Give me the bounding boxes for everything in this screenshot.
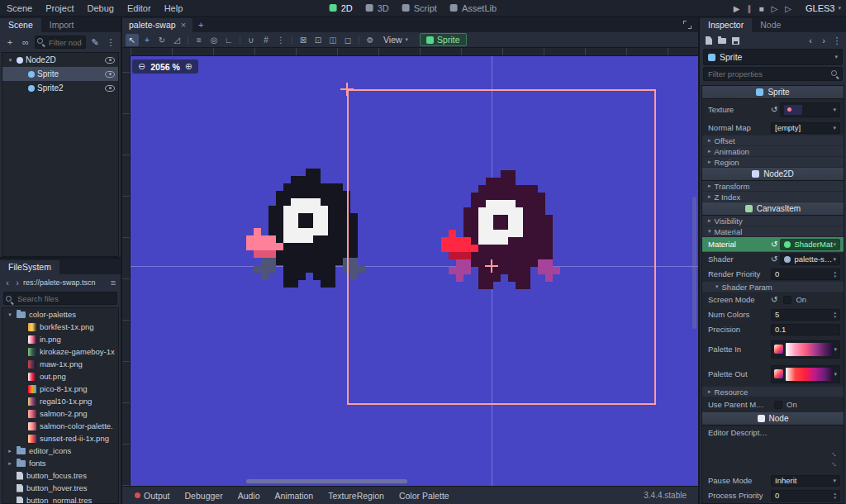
checkbox[interactable]: On — [780, 294, 840, 306]
spinner-arrows-icon[interactable]: ▴▾ — [834, 492, 836, 500]
revert-icon[interactable]: ↺ — [771, 240, 777, 249]
tab-filesystem[interactable]: FileSystem — [0, 260, 59, 274]
expander-icon[interactable]: ▾ — [7, 311, 13, 318]
inspector-section-toggle[interactable]: ▾ Shader Param — [702, 282, 844, 292]
number-spinner[interactable]: 5 ▴▾ — [771, 309, 840, 321]
toolbar-separator[interactable] — [240, 36, 240, 45]
unlock-object-icon[interactable]: ⊡ — [311, 34, 325, 46]
expand-icon[interactable]: ↔↔ — [831, 450, 839, 467]
add-node-button[interactable]: + — [3, 36, 17, 49]
list-select-tool-icon[interactable]: ≡ — [192, 34, 206, 46]
toolbar-separator[interactable] — [292, 36, 292, 45]
inspector-section-toggle[interactable]: ▸ Resource — [702, 387, 844, 397]
gradient-texture-picker[interactable]: ▾ — [771, 340, 840, 359]
filter-properties-input[interactable] — [703, 67, 843, 81]
snap-options-icon[interactable]: ⋮ — [274, 34, 288, 46]
Node2D[interactable]: ▾ Node2D — [2, 53, 118, 67]
load-resource-icon[interactable] — [717, 35, 727, 46]
bottom-panel-button[interactable]: Animation — [268, 491, 321, 501]
filesystem-item[interactable]: kirokaze-gameboy-1x — [2, 345, 118, 358]
select-tool-icon[interactable]: ↖ — [126, 34, 139, 46]
scale-tool-icon[interactable]: ◿ — [170, 34, 183, 46]
visibility-eye-icon[interactable] — [105, 85, 115, 92]
texture-picker[interactable]: ▾ — [780, 102, 840, 117]
filesystem-item[interactable]: sunset-red-ii-1x.png — [2, 432, 118, 445]
filesystem-item[interactable]: ▾ color-palettes — [2, 308, 118, 321]
dock-tab[interactable]: Inspector — [700, 18, 752, 32]
inspector-section-toggle[interactable]: ▸ Visibility — [702, 216, 844, 226]
revert-icon[interactable]: ↺ — [771, 254, 777, 264]
dock-tab[interactable]: Node — [752, 18, 789, 32]
inspector-category[interactable]: Sprite — [702, 86, 844, 99]
inspector-section-toggle[interactable]: ▸ Region — [702, 157, 844, 168]
inspector-category[interactable]: Node — [702, 412, 844, 426]
ungroup-object-icon[interactable]: ◻ — [341, 34, 354, 46]
save-resource-icon[interactable] — [730, 35, 740, 46]
zoom-in-icon[interactable]: ⊕ — [185, 61, 192, 72]
context-switcher[interactable]: Script — [402, 3, 437, 13]
Sprite2[interactable]: Sprite2 — [2, 81, 118, 95]
2d-viewport[interactable]: ⊖ 2056 % ⊕ — [122, 48, 698, 486]
checkbox[interactable]: On — [771, 399, 840, 411]
dock-tab[interactable]: Import — [41, 18, 83, 32]
context-switcher[interactable]: 3D — [366, 3, 389, 13]
filesystem-item[interactable]: button_normal.tres — [2, 494, 118, 504]
checkbox-box[interactable] — [774, 401, 782, 409]
toolbar-separator[interactable] — [188, 36, 188, 45]
canvas[interactable]: ⊖ 2056 % ⊕ — [122, 48, 698, 486]
inspector-section-toggle[interactable]: ▸ Animation — [702, 146, 844, 157]
rotate-tool-icon[interactable]: ↻ — [155, 34, 169, 46]
close-tab-icon[interactable]: × — [181, 20, 186, 30]
visibility-eye-icon[interactable] — [105, 71, 115, 78]
checkbox-box[interactable] — [783, 296, 791, 304]
inspector-section-toggle[interactable]: ▸ Transform — [702, 181, 844, 192]
inspector-section-toggle[interactable]: ▾ Material — [702, 226, 844, 237]
play-button[interactable]: ▶ — [734, 4, 740, 13]
video-driver-select[interactable]: GLES3▾ — [799, 3, 841, 13]
selection-rect[interactable] — [347, 89, 656, 405]
bottom-panel-button[interactable]: Audio — [231, 491, 268, 501]
play-scene-button[interactable]: ▷ — [772, 4, 778, 13]
zoom-out-icon[interactable]: ⊖ — [138, 61, 145, 72]
view-menu-button[interactable]: View▾ — [383, 35, 408, 45]
stop-button[interactable]: ■ — [759, 4, 764, 13]
filesystem-item[interactable]: ▸ editor_icons — [2, 445, 118, 457]
filesystem-item[interactable]: maw-1x.png — [2, 358, 118, 370]
Sprite[interactable]: Sprite — [2, 67, 118, 81]
bottom-panel-button[interactable]: TextureRegion — [321, 491, 392, 501]
bottom-panel-button[interactable]: Color Palette — [392, 491, 457, 501]
new-resource-icon[interactable] — [704, 35, 714, 46]
fs-back-icon[interactable]: ‹ — [3, 278, 12, 288]
filesystem-item[interactable]: salmon-color-palette. — [2, 420, 118, 432]
dropdown-select[interactable]: Inherit ▾ — [771, 475, 840, 487]
inspector-section-toggle[interactable]: ▸ Z Index — [702, 192, 844, 202]
move-tool-icon[interactable]: + — [140, 34, 154, 46]
menu-item[interactable]: Project — [39, 0, 80, 17]
sprite-context-button[interactable]: Sprite — [420, 33, 466, 46]
expander-icon[interactable]: ▾ — [7, 57, 14, 64]
filesystem-item[interactable]: regal10-1x.png — [2, 395, 118, 407]
node-selector[interactable]: Sprite ▾ — [703, 49, 843, 65]
visibility-eye-icon[interactable] — [105, 57, 115, 64]
fs-forward-icon[interactable]: › — [13, 278, 21, 288]
resource-picker[interactable]: palette-swa ▾ — [780, 254, 840, 265]
filesystem-item[interactable]: button_hover.tres — [2, 482, 118, 494]
filesystem-item[interactable]: pico-8-1x.png — [2, 383, 118, 395]
fs-menu-icon[interactable]: ≡ — [109, 278, 117, 288]
smart-snap-icon[interactable]: ∪ — [245, 34, 258, 46]
menu-item[interactable]: Editor — [121, 0, 158, 17]
filesystem-item[interactable]: in.png — [2, 333, 118, 345]
expander-icon[interactable]: ▸ — [7, 460, 13, 467]
pan-tool-icon[interactable]: ◎ — [207, 34, 221, 46]
inspector-category[interactable]: CanvasItem — [702, 202, 844, 216]
filesystem-item[interactable]: ▸ fonts — [2, 457, 118, 469]
number-field[interactable]: 0.1 — [771, 324, 840, 335]
distraction-free-icon[interactable] — [683, 21, 692, 29]
filesystem-item[interactable]: salmon-2.png — [2, 407, 118, 420]
instance-scene-button[interactable]: ∞ — [19, 36, 32, 49]
zoom-level[interactable]: 2056 % — [150, 62, 180, 72]
expander-icon[interactable]: ▸ — [7, 448, 13, 454]
dock-tab[interactable]: Scene — [0, 18, 41, 32]
spinner-arrows-icon[interactable]: ▴▾ — [834, 270, 836, 278]
toolbar-separator[interactable] — [359, 36, 359, 45]
